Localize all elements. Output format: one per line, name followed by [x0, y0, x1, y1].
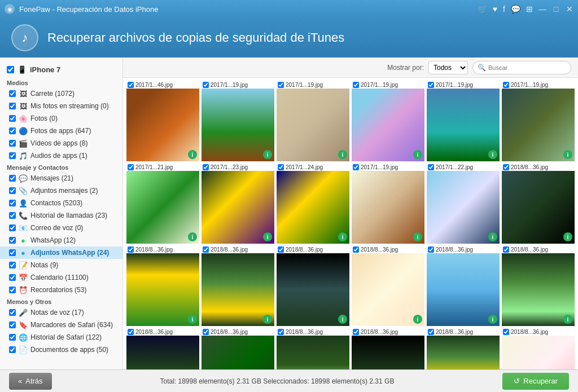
info-badge[interactable]: i — [563, 315, 572, 324]
sidebar-item-marcadores[interactable]: 🔖 Marcadores de Safari (634) — [0, 319, 122, 331]
sidebar-item-whatsapp[interactable]: ● WhatsApp (12) — [0, 234, 122, 246]
photo-checkbox[interactable] — [503, 329, 509, 335]
cb-fotos[interactable] — [9, 115, 16, 122]
cb-calendario[interactable] — [9, 274, 16, 281]
photo-item[interactable]: 2017/1...23.jpgi — [202, 164, 274, 244]
photo-checkbox[interactable] — [428, 246, 434, 253]
photo-item[interactable]: 2017/1...19.jpgi — [202, 81, 274, 161]
info-badge[interactable]: i — [188, 232, 197, 241]
chat-icon[interactable]: 💬 — [511, 5, 520, 14]
photo-checkbox[interactable] — [203, 164, 209, 170]
photo-checkbox[interactable] — [128, 82, 134, 88]
info-badge[interactable]: i — [188, 150, 197, 159]
info-badge[interactable]: i — [488, 232, 497, 241]
photo-checkbox[interactable] — [503, 82, 509, 88]
facebook-icon[interactable]: f — [503, 5, 505, 14]
sidebar-item-adjuntos-mensajes[interactable]: 📎 Adjuntos mensajes (2) — [0, 184, 122, 197]
photo-checkbox[interactable] — [128, 246, 134, 253]
info-badge[interactable]: i — [188, 315, 197, 324]
info-badge[interactable]: i — [338, 232, 347, 241]
cb-adjuntos-mensajes[interactable] — [9, 187, 16, 194]
search-input[interactable] — [488, 64, 566, 71]
photo-checkbox[interactable] — [353, 329, 359, 335]
sidebar-item-mensajes[interactable]: 💬 Mensajes (21) — [0, 172, 122, 184]
photo-item[interactable]: 2017/1...21.jpgi — [126, 164, 199, 244]
sidebar-item-carrete[interactable]: 🖼 Carrete (1072) — [0, 87, 122, 100]
sidebar-item-recordatorios[interactable]: ⏰ Recordatorios (53) — [0, 284, 122, 296]
info-badge[interactable]: i — [563, 150, 572, 159]
photo-checkbox[interactable] — [278, 82, 284, 88]
cb-documentos[interactable] — [9, 346, 16, 353]
sidebar-item-adjuntos-whatsapp[interactable]: ● Adjuntos WhatsApp (24) — [0, 246, 122, 259]
photo-item[interactable]: 2018/8...36.jpgi — [352, 246, 424, 326]
photo-checkbox[interactable] — [128, 164, 134, 170]
photo-checkbox[interactable] — [203, 329, 209, 335]
info-badge[interactable]: i — [263, 315, 272, 324]
photo-checkbox[interactable] — [353, 246, 359, 253]
photo-checkbox[interactable] — [278, 329, 284, 335]
cb-recordatorios[interactable] — [9, 287, 16, 293]
cb-historial-safari[interactable] — [9, 334, 16, 341]
photo-item[interactable]: 2018/8...36.jpgi — [352, 328, 424, 369]
info-badge[interactable]: i — [488, 315, 497, 324]
recover-button[interactable]: ↺ Recuperar — [502, 373, 569, 390]
photo-checkbox[interactable] — [353, 164, 359, 170]
cb-notas-voz[interactable] — [9, 309, 16, 316]
photo-checkbox[interactable] — [128, 329, 134, 335]
photo-item[interactable]: 2018/8...36.jpgi — [502, 164, 575, 244]
cart-icon[interactable]: 🛒 — [478, 5, 487, 14]
photo-item[interactable]: 2018/8...36.jpgi — [277, 246, 349, 326]
info-badge[interactable]: i — [263, 232, 272, 241]
info-badge[interactable]: i — [563, 232, 572, 241]
photo-item[interactable]: 2017/1...24.jpgi — [277, 164, 349, 244]
sidebar-item-videos-apps[interactable]: 🎬 Vídeos de apps (8) — [0, 137, 122, 149]
photo-item[interactable]: 2017/1...19.jpgi — [352, 81, 424, 161]
maximize-button[interactable]: □ — [552, 5, 560, 13]
photo-item[interactable]: 2018/8...36.jpgi — [202, 246, 274, 326]
info-badge[interactable]: i — [413, 315, 422, 324]
cb-notas[interactable] — [9, 262, 16, 268]
sidebar-item-fotos[interactable]: 🌸 Fotos (0) — [0, 112, 122, 125]
filter-select[interactable]: Todos Fotos Vídeos — [428, 61, 468, 74]
photo-item[interactable]: 2017/1...46.jpgi — [126, 81, 199, 161]
cb-audios-apps[interactable] — [9, 152, 16, 159]
sidebar-item-notas[interactable]: 📝 Notas (9) — [0, 259, 122, 271]
photo-checkbox[interactable] — [353, 82, 359, 88]
sidebar-item-contactos[interactable]: 👤 Contactos (5203) — [0, 197, 122, 209]
photo-item[interactable]: 2018/8...36.jpgi — [126, 246, 199, 326]
photo-item[interactable]: 2018/8...36.jpgi — [427, 246, 500, 326]
cb-carrete[interactable] — [9, 90, 16, 97]
photo-checkbox[interactable] — [278, 164, 284, 170]
photo-item[interactable]: 2017/1...19.jpgi — [427, 81, 500, 161]
close-button[interactable]: ✕ — [566, 5, 573, 13]
sidebar-item-historial-safari[interactable]: 🌐 Historial de Safari (122) — [0, 331, 122, 343]
sidebar-item-correo-voz[interactable]: 📧 Correo de voz (0) — [0, 222, 122, 234]
info-badge[interactable]: i — [413, 232, 422, 241]
cb-correo-voz[interactable] — [9, 224, 16, 231]
photo-item[interactable]: 2018/8...36.jpgi — [202, 328, 274, 369]
photo-item[interactable]: 2017/1...22.jpgi — [427, 164, 500, 244]
sidebar-item-notas-voz[interactable]: 🎤 Notas de voz (17) — [0, 306, 122, 319]
cb-historial[interactable] — [9, 212, 16, 219]
sidebar-item-fotos-apps[interactable]: 🔵 Fotos de apps (647) — [0, 125, 122, 137]
photo-checkbox[interactable] — [278, 246, 284, 253]
photo-item[interactable]: 2017/1...19.jpgi — [352, 164, 424, 244]
minimize-button[interactable]: — — [538, 5, 546, 13]
back-button[interactable]: « Atrás — [9, 373, 52, 390]
photo-item[interactable]: 2018/8...36.jpgi — [502, 246, 575, 326]
cb-whatsapp[interactable] — [9, 237, 16, 244]
photo-checkbox[interactable] — [428, 329, 434, 335]
photo-checkbox[interactable] — [203, 82, 209, 88]
device-checkbox[interactable] — [7, 66, 14, 73]
photo-item[interactable]: 2017/1...19.jpgi — [277, 81, 349, 161]
photo-item[interactable]: 2018/8...36.jpgi — [502, 328, 575, 369]
photo-checkbox[interactable] — [503, 246, 509, 253]
info-badge[interactable]: i — [488, 150, 497, 159]
sidebar-item-historial-llamadas[interactable]: 📞 Historial de llamadas (23) — [0, 209, 122, 222]
info-badge[interactable]: i — [413, 150, 422, 159]
sidebar-item-audios-apps[interactable]: 🎵 Audios de apps (1) — [0, 149, 122, 162]
photo-checkbox[interactable] — [428, 82, 434, 88]
cb-adjuntos-whatsapp[interactable] — [9, 249, 16, 256]
info-badge[interactable]: i — [338, 150, 347, 159]
cb-contactos[interactable] — [9, 200, 16, 206]
